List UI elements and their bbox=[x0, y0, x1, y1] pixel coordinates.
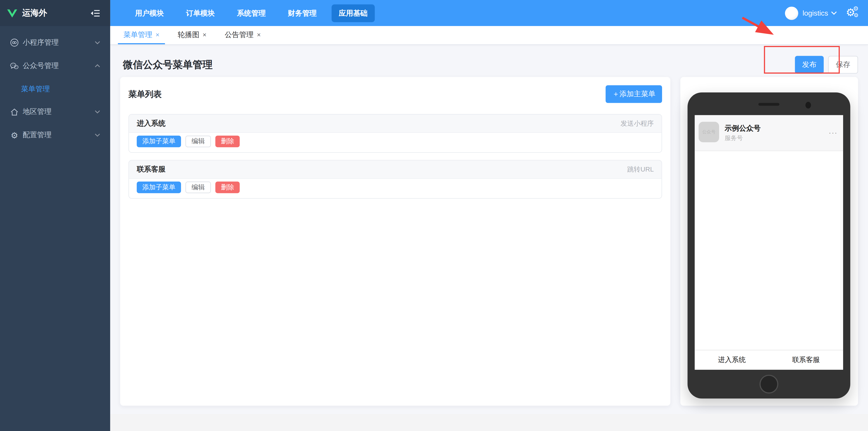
username[interactable]: logistics bbox=[802, 9, 828, 17]
tab-announcement[interactable]: 公告管理 × bbox=[219, 26, 266, 44]
close-icon[interactable]: × bbox=[203, 31, 206, 38]
edit-button[interactable]: 编辑 bbox=[185, 135, 211, 147]
add-main-menu-button[interactable]: ＋添加主菜单 bbox=[606, 85, 662, 103]
add-submenu-button[interactable]: 添加子菜单 bbox=[137, 182, 181, 193]
tab-carousel[interactable]: 轮播图 × bbox=[172, 26, 212, 44]
save-button[interactable]: 保存 bbox=[828, 56, 858, 73]
account-avatar: 公众号 bbox=[699, 122, 719, 143]
menu-list-title: 菜单列表 bbox=[128, 89, 606, 99]
sidebar-item-official-account[interactable]: 公众号管理 bbox=[0, 54, 110, 78]
menu-item-actions: 添加子菜单 编辑 删除 bbox=[129, 179, 662, 198]
publish-button[interactable]: 发布 bbox=[795, 56, 824, 73]
page-title: 微信公众号菜单管理 bbox=[123, 58, 795, 71]
close-icon[interactable]: × bbox=[257, 31, 260, 38]
sidebar-item-region[interactable]: 地区管理 bbox=[0, 100, 110, 123]
page-header: 微信公众号菜单管理 发布 保存 bbox=[110, 44, 868, 74]
content-area: 微信公众号菜单管理 发布 保存 菜单列表 ＋添加主菜单 进入系统 发送小程序 bbox=[110, 44, 868, 414]
sidebar-item-label: 公众号管理 bbox=[23, 61, 94, 71]
sidebar-collapse-button[interactable] bbox=[90, 9, 103, 17]
nav-item-user-module[interactable]: 用户模块 bbox=[128, 4, 171, 22]
nav-item-app-base-module[interactable]: 应用基础 bbox=[332, 4, 375, 22]
tab-menu-management[interactable]: 菜单管理 × bbox=[118, 26, 165, 44]
phone-speaker bbox=[758, 103, 779, 106]
add-submenu-button[interactable]: 添加子菜单 bbox=[137, 135, 181, 147]
account-header: 公众号 示例公众号 服务号 ··· bbox=[694, 115, 843, 151]
hamburger-fold-icon bbox=[90, 9, 100, 17]
brand-name: 运海外 bbox=[22, 8, 90, 18]
menu-item-actions: 添加子菜单 编辑 删除 bbox=[129, 133, 662, 152]
page-actions: 发布 保存 bbox=[795, 56, 858, 73]
nav-item-order-module[interactable]: 订单模块 bbox=[179, 4, 222, 22]
admin-console: 运海外 小程序管理 公众号管理 bbox=[0, 0, 868, 431]
sidebar-item-label: 地区管理 bbox=[23, 107, 94, 117]
more-icon[interactable]: ··· bbox=[829, 128, 837, 137]
menu-item-block: 联系客服 跳转URL 添加子菜单 编辑 删除 bbox=[128, 160, 662, 199]
top-nav-right: logistics ⚙ ⚙ ⚙ bbox=[785, 6, 868, 20]
menu-list-card: 菜单列表 ＋添加主菜单 进入系统 发送小程序 添加子菜单 编辑 删除 bbox=[120, 77, 670, 406]
menu-list-header: 菜单列表 ＋添加主菜单 bbox=[128, 85, 662, 103]
sidebar-menu: 小程序管理 公众号管理 菜单管理 地区管理 ⚙ bbox=[0, 26, 110, 147]
sidebar-subitem-menu-management[interactable]: 菜单管理 bbox=[0, 78, 110, 100]
chevron-down-icon bbox=[95, 133, 100, 137]
cards-row: 菜单列表 ＋添加主菜单 进入系统 发送小程序 添加子菜单 编辑 删除 bbox=[110, 77, 868, 406]
phone-menu-bar: 进入系统 联系客服 bbox=[694, 350, 843, 370]
wechat-icon bbox=[10, 61, 19, 70]
miniprogram-icon bbox=[10, 38, 19, 47]
user-avatar[interactable] bbox=[785, 6, 798, 20]
plus-icon: ＋ bbox=[612, 90, 620, 98]
phone-screen: 公众号 示例公众号 服务号 ··· 进入系统 联系客服 bbox=[694, 115, 843, 370]
chevron-down-icon[interactable] bbox=[831, 11, 837, 15]
gear-icon: ⚙ bbox=[854, 12, 859, 18]
menu-item-type: 发送小程序 bbox=[620, 119, 654, 128]
menu-item-name: 进入系统 bbox=[137, 118, 620, 128]
delete-button[interactable]: 删除 bbox=[215, 182, 240, 193]
chevron-down-icon bbox=[95, 110, 100, 114]
sidebar-item-miniprogram[interactable]: 小程序管理 bbox=[0, 31, 110, 54]
chevron-down-icon bbox=[95, 41, 100, 44]
account-avatar-label: 公众号 bbox=[702, 129, 716, 135]
close-icon[interactable]: × bbox=[156, 31, 159, 38]
menu-item-header: 联系客服 跳转URL bbox=[129, 160, 662, 179]
add-main-menu-label: 添加主菜单 bbox=[619, 90, 655, 98]
delete-button[interactable]: 删除 bbox=[215, 135, 240, 147]
phone-menu-contact-support[interactable]: 联系客服 bbox=[769, 350, 843, 370]
top-nav-modules: 用户模块 订单模块 系统管理 财务管理 应用基础 bbox=[124, 4, 379, 22]
phone-menu-enter-system[interactable]: 进入系统 bbox=[694, 350, 769, 370]
home-icon bbox=[10, 107, 19, 116]
sidebar-item-label: 配置管理 bbox=[23, 130, 94, 140]
menu-item-header: 进入系统 发送小程序 bbox=[129, 115, 662, 133]
sidebar-subitem-label: 菜单管理 bbox=[21, 84, 50, 94]
tab-label: 轮播图 bbox=[178, 30, 199, 39]
top-navbar: 用户模块 订单模块 系统管理 财务管理 应用基础 logistics ⚙ ⚙ ⚙ bbox=[110, 0, 868, 26]
chat-area bbox=[694, 151, 843, 350]
phone-mockup: 公众号 示例公众号 服务号 ··· 进入系统 联系客服 bbox=[688, 92, 850, 398]
menu-item-block: 进入系统 发送小程序 添加子菜单 编辑 删除 bbox=[128, 114, 662, 153]
phone-preview-card: 公众号 示例公众号 服务号 ··· 进入系统 联系客服 bbox=[680, 77, 858, 406]
settings-gears-icon[interactable]: ⚙ ⚙ ⚙ bbox=[846, 6, 860, 20]
edit-button[interactable]: 编辑 bbox=[185, 182, 211, 193]
gear-icon: ⚙ bbox=[853, 5, 859, 11]
chevron-up-icon bbox=[95, 64, 100, 68]
nav-item-finance-module[interactable]: 财务管理 bbox=[281, 4, 324, 22]
phone-camera bbox=[805, 102, 811, 109]
phone-home-button bbox=[760, 375, 778, 394]
brand-logo-icon bbox=[6, 8, 18, 18]
tab-label: 菜单管理 bbox=[123, 30, 152, 39]
gear-icon: ⚙ bbox=[10, 131, 19, 140]
sidebar-header: 运海外 bbox=[0, 0, 110, 26]
menu-item-type: 跳转URL bbox=[627, 165, 654, 174]
tab-bar: 菜单管理 × 轮播图 × 公告管理 × bbox=[110, 26, 868, 45]
sidebar: 运海外 小程序管理 公众号管理 bbox=[0, 0, 110, 431]
sidebar-item-config[interactable]: ⚙ 配置管理 bbox=[0, 123, 110, 147]
account-type: 服务号 bbox=[725, 134, 743, 143]
page-footer-strip bbox=[110, 414, 868, 431]
tab-label: 公告管理 bbox=[225, 30, 253, 39]
account-name: 示例公众号 bbox=[725, 123, 761, 133]
sidebar-item-label: 小程序管理 bbox=[23, 38, 94, 48]
nav-item-system-module[interactable]: 系统管理 bbox=[230, 4, 273, 22]
menu-item-name: 联系客服 bbox=[137, 164, 627, 174]
